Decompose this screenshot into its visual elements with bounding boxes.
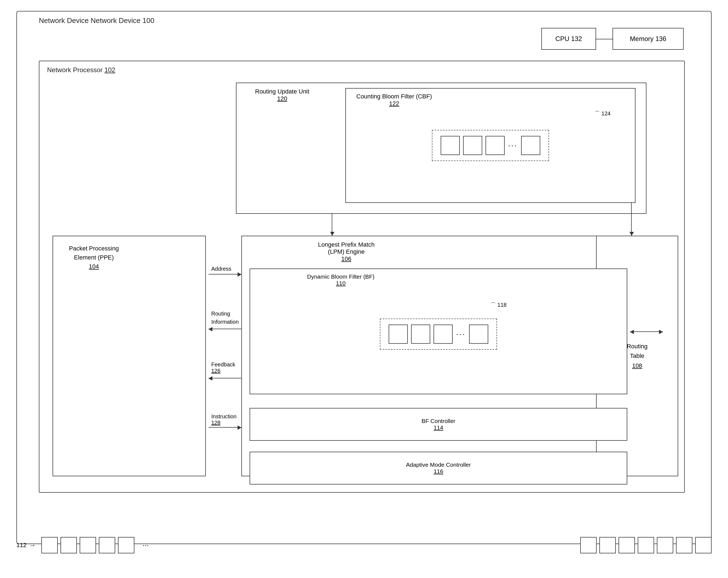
bfc-box: BF Controller114 — [250, 408, 627, 441]
packet-r4 — [638, 537, 654, 553]
packet-ellipsis: ··· — [142, 541, 149, 550]
cbf-dots: ··· — [508, 141, 518, 150]
packet-r2 — [599, 537, 616, 553]
packet-r3 — [619, 537, 635, 553]
cpu-label: CPU 132 — [555, 35, 582, 43]
cbf-cells-container: ··· — [345, 118, 635, 173]
packet-squares-left — [41, 537, 134, 553]
packet-r7 — [695, 537, 711, 553]
routing-info-label: RoutingInformation — [211, 309, 239, 326]
arrow-ruu-to-lpm — [332, 214, 332, 236]
dbf-dots: ··· — [456, 330, 466, 338]
cbf-cell-num-label: ⌒ 124 — [594, 110, 610, 117]
dbf-cells-container: ··· — [252, 307, 625, 361]
feedback-label: Feedback126 — [211, 361, 235, 374]
packet-r5 — [657, 537, 673, 553]
cbf-cell-2 — [463, 136, 482, 155]
dbf-cell-3 — [434, 325, 453, 344]
amc-box: Adaptive Mode Controller116 — [250, 452, 627, 485]
ppe-box — [53, 236, 206, 476]
address-label: Address — [211, 266, 231, 272]
arrow-routing-info — [209, 329, 241, 329]
dbf-dashed-box: ··· — [380, 319, 497, 350]
packet-arrow: → — [29, 541, 36, 549]
cbf-cell-1 — [441, 136, 460, 155]
memory-label: Memory 136 — [630, 35, 666, 43]
lpm-label: Longest Prefix Match(LPM) Engine106 — [318, 241, 375, 263]
bfc-label: BF Controller114 — [421, 418, 456, 431]
packet-num-label: 112 — [17, 542, 27, 549]
arrow-instruction — [209, 427, 241, 428]
packet-4 — [99, 537, 115, 553]
instruction-label: Instruction128 — [211, 413, 236, 426]
packet-r6 — [676, 537, 693, 553]
diagram-container: Network Device Network Device 100 CPU 13… — [17, 11, 711, 544]
dbf-cell-num-label: ⌒ 118 — [490, 301, 506, 309]
cbf-cell-n — [521, 136, 540, 155]
cpu-memory-connector — [596, 39, 613, 39]
packet-3 — [80, 537, 96, 553]
dbf-cell-2 — [411, 325, 430, 344]
dbf-cell-1 — [389, 325, 408, 344]
packet-squares-right — [580, 537, 711, 553]
amc-label: Adaptive Mode Controller116 — [406, 462, 471, 475]
cbf-cell-3 — [486, 136, 505, 155]
cbf-label: Counting Bloom Filter (CBF)122 — [356, 93, 432, 107]
packet-1 — [41, 537, 58, 553]
dbf-cell-n — [469, 325, 488, 344]
memory-box: Memory 136 — [613, 28, 684, 50]
packets-row: 112 → ··· — [17, 529, 711, 561]
arrow-rt-down — [631, 203, 632, 236]
packet-2 — [60, 537, 77, 553]
arrow-address — [209, 274, 241, 275]
packet-row-label: 112 → — [17, 541, 36, 549]
cbf-dashed-box: ··· — [432, 130, 549, 161]
packet-5 — [118, 537, 134, 553]
dbf-label: Dynamic Bloom Filter (BF)110 — [307, 273, 374, 286]
network-processor-label: Network Processor 102 — [47, 66, 115, 74]
arrow-bidir — [630, 331, 663, 332]
network-device-label: Network Device Network Device 100 — [39, 17, 154, 25]
ppe-label: Packet ProcessingElement (PPE)104 — [69, 244, 119, 271]
arrow-feedback — [209, 378, 241, 378]
cpu-box: CPU 132 — [541, 28, 596, 50]
packet-r1 — [580, 537, 597, 553]
routing-update-label: Routing Update Unit120 — [255, 88, 309, 102]
routing-table-label: RoutingTable108 — [627, 341, 648, 370]
